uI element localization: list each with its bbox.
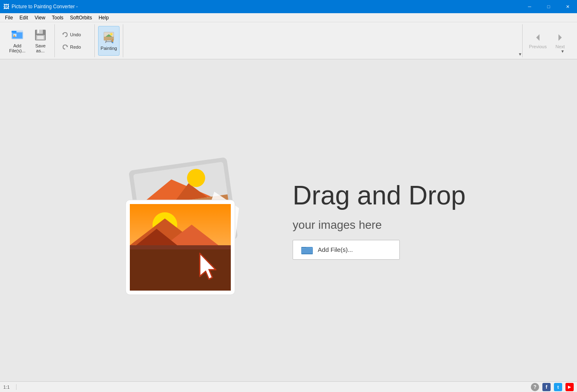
add-files-main-button[interactable]: Add File(s)... [293, 240, 400, 260]
minimize-button[interactable]: ─ [520, 0, 539, 13]
next-icon [555, 33, 565, 42]
svg-marker-13 [66, 46, 68, 47]
redo-button[interactable]: Redo [58, 42, 91, 52]
add-files-icon-svg [11, 28, 24, 42]
redo-label: Redo [70, 45, 81, 49]
nav-divider [522, 24, 523, 57]
svg-point-17 [110, 33, 113, 35]
title-bar-controls: ─ □ ✕ [520, 0, 577, 13]
add-files-toolbar-button[interactable]: Add File(s)... [7, 26, 28, 56]
status-bar: 1:1 ? f t ▶ [0, 381, 577, 392]
painting-icon-svg [102, 31, 115, 44]
menu-file[interactable]: File [2, 14, 16, 21]
drop-illustration-svg [111, 142, 268, 299]
zoom-level: 1:1 [3, 385, 9, 390]
svg-line-18 [106, 40, 106, 43]
facebook-icon[interactable]: f [542, 383, 551, 391]
redo-icon [62, 44, 68, 50]
previous-button[interactable]: Previous [528, 26, 548, 56]
separator-line [16, 384, 16, 390]
svg-marker-23 [536, 34, 539, 41]
main-content[interactable]: Drag and Drop your images here Add File(… [0, 59, 577, 381]
app-title: Picture to Painting Converter - [12, 4, 78, 9]
toolbar-group-edit: Undo Redo [55, 24, 95, 57]
close-button[interactable]: ✕ [558, 0, 577, 13]
svg-rect-21 [112, 39, 113, 42]
toolbar-group-painting: Painting [95, 24, 123, 57]
svg-rect-9 [38, 30, 39, 33]
nav-expand-arrow[interactable]: ▼ [561, 49, 567, 56]
drop-zone[interactable]: Drag and Drop your images here Add File(… [111, 142, 466, 299]
next-button[interactable]: Next [550, 26, 570, 56]
undo-icon [62, 31, 68, 38]
drop-text-area: Drag and Drop your images here Add File(… [293, 181, 466, 259]
menu-tools[interactable]: Tools [49, 14, 67, 21]
title-bar: 🖼 Picture to Painting Converter - ─ □ ✕ [0, 0, 577, 13]
add-files-main-label: Add File(s)... [318, 246, 353, 253]
help-icon[interactable]: ? [531, 383, 539, 391]
painting-toolbar-icon [102, 31, 115, 44]
menu-softorbits[interactable]: SoftOrbits [67, 14, 95, 21]
folder-icon [301, 245, 313, 254]
app-icon: 🖼 [3, 3, 9, 10]
add-files-toolbar-icon [11, 28, 24, 42]
image-illustration [111, 142, 268, 299]
drag-drop-subtitle: your images here [293, 218, 466, 232]
undo-label: Undo [70, 32, 81, 37]
svg-marker-24 [558, 34, 562, 41]
save-icon-svg [34, 28, 47, 42]
title-bar-left: 🖼 Picture to Painting Converter - [3, 3, 78, 10]
toolbar: Add File(s)... Save as... [0, 22, 577, 59]
menu-bar: File Edit View Tools SoftOrbits Help [0, 13, 577, 22]
svg-rect-11 [37, 36, 44, 39]
menu-help[interactable]: Help [95, 14, 112, 21]
menu-view[interactable]: View [31, 14, 49, 21]
svg-rect-22 [113, 42, 113, 43]
menu-edit[interactable]: Edit [16, 14, 31, 21]
previous-icon [533, 33, 543, 42]
undo-redo-group: Undo Redo [58, 29, 91, 52]
status-left: 1:1 [3, 384, 16, 390]
toolbar-nav: Previous Next ▼ [519, 24, 570, 57]
next-label: Next [556, 44, 565, 49]
svg-marker-12 [62, 33, 64, 35]
save-as-toolbar-icon [34, 28, 47, 42]
undo-button[interactable]: Undo [58, 29, 91, 40]
previous-label: Previous [529, 44, 547, 49]
status-right: ? f t ▶ [531, 383, 574, 391]
add-files-toolbar-label: Add File(s)... [9, 43, 26, 53]
svg-rect-3 [12, 31, 16, 33]
painting-toolbar-button[interactable]: Painting [98, 26, 120, 56]
painting-toolbar-label: Painting [101, 46, 117, 51]
youtube-icon[interactable]: ▶ [565, 383, 574, 391]
drag-drop-title: Drag and Drop [293, 181, 466, 210]
twitter-icon[interactable]: t [554, 383, 562, 391]
toolbar-group-files: Add File(s)... Save as... [3, 24, 55, 57]
maximize-button[interactable]: □ [539, 0, 558, 13]
save-as-toolbar-button[interactable]: Save as... [30, 26, 51, 56]
svg-line-19 [111, 40, 112, 43]
save-as-toolbar-label: Save as... [35, 43, 45, 53]
